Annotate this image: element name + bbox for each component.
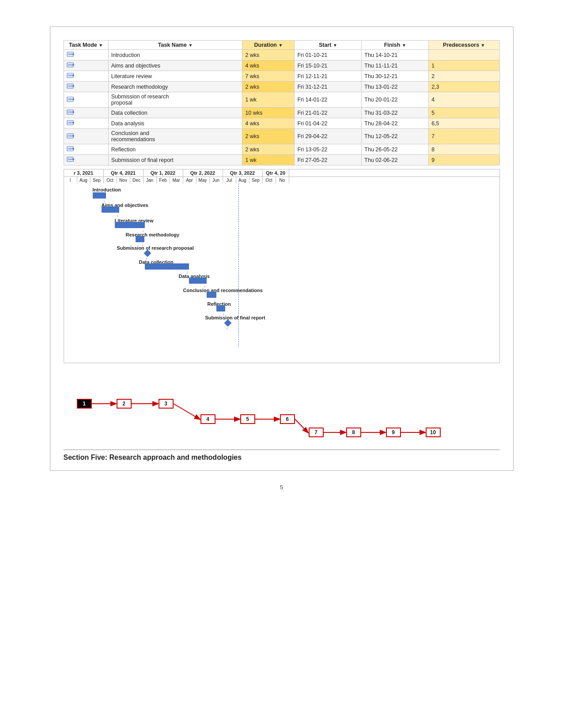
gantt-bar xyxy=(216,305,225,311)
svg-point-10 xyxy=(72,75,74,76)
dropdown-icon[interactable]: ▼ xyxy=(333,43,337,48)
table-row-start: Fri 13-05-22 xyxy=(295,144,362,155)
table-row-predecessors: 2 xyxy=(429,71,499,82)
gantt-month-cell: Nov xyxy=(117,177,130,184)
page-number: 5 xyxy=(280,484,283,491)
gantt-quarter-cell: Qtr 3, 2022 xyxy=(223,169,263,176)
gantt-month-cell: Apr xyxy=(183,177,196,184)
table-row-mode xyxy=(64,129,108,144)
gantt-task-label: Research methodology xyxy=(126,232,180,237)
table-row-duration: 1 wk xyxy=(242,92,295,108)
table-row-start: Fri 15-10-21 xyxy=(295,60,362,71)
gantt-quarter-cell: Qtr 2, 2022 xyxy=(183,169,223,176)
network-node: 4 xyxy=(200,414,215,424)
table-row-duration: 1 wk xyxy=(242,155,295,165)
table-row-name: Aims and objectives xyxy=(108,60,242,71)
table-row-name: Data collection xyxy=(108,108,242,118)
table-row-finish: Thu 12-05-22 xyxy=(362,129,429,144)
table-row-finish: Thu 14-10-21 xyxy=(362,50,429,60)
gantt-month-cell: Feb xyxy=(157,177,170,184)
svg-point-22 xyxy=(72,111,74,113)
dropdown-icon[interactable]: ▼ xyxy=(278,43,283,48)
gantt-bar xyxy=(189,278,207,284)
gantt-bar xyxy=(145,263,189,270)
gantt-month-cell: Mar xyxy=(170,177,183,184)
table-row-name: Submission of final report xyxy=(108,155,242,165)
gantt-month-cell: l xyxy=(64,177,77,184)
svg-point-6 xyxy=(72,64,74,66)
gantt-month-cell: Dec xyxy=(130,177,144,184)
svg-line-45 xyxy=(295,419,308,432)
gantt-quarter-row: r 3, 2021Qtr 4, 2021Qtr 1, 2022Qtr 2, 20… xyxy=(64,169,499,177)
table-row-name: Submission of researchproposal xyxy=(108,92,242,108)
table-row-finish: Thu 20-01-22 xyxy=(362,92,429,108)
table-row-mode xyxy=(64,71,108,82)
table-row-predecessors: 8 xyxy=(429,144,499,155)
gantt-month-row: lAugSepOctNovDecJanFebMarAprMayJunJulAug… xyxy=(64,177,499,184)
table-row-duration: 7 wks xyxy=(242,71,295,82)
gantt-month-cell: Oct xyxy=(104,177,117,184)
gantt-bar-arrow: ↓ xyxy=(117,213,119,218)
gantt-month-cell: No xyxy=(276,177,289,184)
gantt-task-label: Submission of research proposal xyxy=(117,245,194,251)
table-row-start: Fri 01-04-22 xyxy=(295,118,362,129)
gantt-quarter-cell: Qtr 1, 2022 xyxy=(144,169,183,176)
network-node: 9 xyxy=(386,428,401,437)
table-row-mode xyxy=(64,60,108,71)
network-node: 10 xyxy=(426,428,441,437)
table-row-duration: 2 wks xyxy=(242,144,295,155)
table-row-finish: Thu 30-12-21 xyxy=(362,71,429,82)
table-row-predecessors: 1 xyxy=(429,60,499,71)
th-predecessors: Predecessors ▼ xyxy=(429,41,499,50)
dropdown-icon[interactable]: ▼ xyxy=(98,43,103,48)
network-node: 5 xyxy=(240,414,255,424)
table-row-name: Introduction xyxy=(108,50,242,60)
svg-point-26 xyxy=(72,122,74,124)
gantt-vline xyxy=(238,184,239,347)
gantt-month-cell: Aug xyxy=(77,177,91,184)
svg-point-18 xyxy=(72,98,74,100)
table-row-name: Conclusion andrecommendations xyxy=(108,129,242,144)
table-row-predecessors: 5 xyxy=(429,108,499,118)
th-name: Task Name ▼ xyxy=(108,41,242,50)
table-row-duration: 2 wks xyxy=(242,129,295,144)
table-row-mode xyxy=(64,108,108,118)
gantt-table: Task Mode ▼ Task Name ▼ Duration ▼ Start… xyxy=(64,40,500,165)
table-row-name: Data analysis xyxy=(108,118,242,129)
section-heading: Section Five: Research approach and meth… xyxy=(64,450,500,462)
table-row-mode xyxy=(64,118,108,129)
network-node: 6 xyxy=(280,414,295,424)
table-row-mode xyxy=(64,92,108,108)
table-row-start: Fri 01-10-21 xyxy=(295,50,362,60)
gantt-bar xyxy=(102,206,119,213)
gantt-month-cell: Jun xyxy=(210,177,223,184)
th-duration: Duration ▼ xyxy=(242,41,295,50)
th-start: Start ▼ xyxy=(295,41,362,50)
gantt-month-cell: Oct xyxy=(263,177,276,184)
gantt-bar xyxy=(115,222,145,228)
table-row-start: Fri 21-01-22 xyxy=(295,108,362,118)
table-row-name: Literature review xyxy=(108,71,242,82)
table-row-start: Fri 31-12-21 xyxy=(295,82,362,92)
table-row-predecessors: 4 xyxy=(429,92,499,108)
table-row-predecessors: 6,5 xyxy=(429,118,499,129)
dropdown-icon[interactable]: ▼ xyxy=(402,43,406,48)
svg-point-14 xyxy=(72,85,74,87)
network-node: 7 xyxy=(309,428,324,437)
table-row-mode xyxy=(64,50,108,60)
table-row-finish: Thu 02-06-22 xyxy=(362,155,429,165)
table-row-predecessors: 2,3 xyxy=(429,82,499,92)
gantt-task-label: Submission of final report xyxy=(205,315,265,320)
table-row-finish: Thu 26-05-22 xyxy=(362,144,429,155)
network-node: 2 xyxy=(117,399,132,409)
gantt-month-cell: Sep xyxy=(91,177,104,184)
table-row-mode xyxy=(64,155,108,165)
dropdown-icon[interactable]: ▼ xyxy=(188,43,193,48)
svg-point-2 xyxy=(72,53,74,55)
gantt-bar xyxy=(207,292,216,298)
table-row-name: Reflection xyxy=(108,144,242,155)
svg-point-38 xyxy=(72,158,74,160)
table-row-duration: 2 wks xyxy=(242,82,295,92)
table-row-predecessors xyxy=(429,50,499,60)
dropdown-icon[interactable]: ▼ xyxy=(481,43,485,48)
